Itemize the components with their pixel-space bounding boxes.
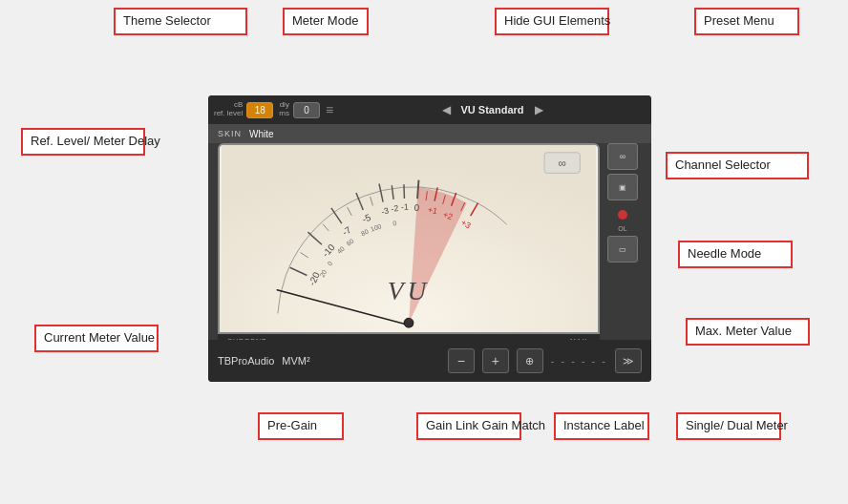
right-panel: ∞ ▣ OL ▭ [604, 143, 642, 262]
channel-selector-button[interactable]: ∞ [607, 143, 638, 170]
preset-area: ◀ VU Standard ▶ [339, 103, 646, 116]
single-dual-label: Single/ Dual Meter [676, 412, 781, 440]
ref-level-value[interactable]: 18 [246, 102, 273, 118]
svg-text:∞: ∞ [559, 157, 566, 169]
gain-link-button[interactable]: ⊕ [517, 348, 543, 373]
vu-meter-svg: -20 -10 -7 -5 [220, 145, 598, 332]
minus-button[interactable]: − [448, 348, 475, 373]
svg-point-38 [404, 318, 413, 327]
plugin-toolbar: TBProAudio MVM² − + ⊕ - - - - - - ≫ [208, 340, 651, 382]
ref-level-section: cB ref. level 18 [214, 101, 273, 118]
ol-section: OL [618, 204, 627, 232]
channel-selector-label: Channel Selector [666, 152, 809, 179]
plugin-topbar: cB ref. level 18 dly ms 0 ≡ ◀ VU Standar… [208, 95, 651, 124]
needle-mode-label: Needle Mode [678, 241, 793, 268]
ol-label: OL [618, 225, 626, 232]
brand-symbol: MVM² [282, 355, 309, 367]
plus-button[interactable]: + [482, 348, 509, 373]
preset-prev-button[interactable]: ◀ [439, 103, 454, 116]
skin-label: SKIN [218, 129, 242, 138]
meter-mode-label: Meter Mode [283, 8, 369, 35]
delay-unit: ms [279, 110, 289, 118]
skin-value: White [249, 129, 274, 139]
plugin-container: cB ref. level 18 dly ms 0 ≡ ◀ VU Standar… [208, 95, 651, 382]
svg-text:-2: -2 [391, 203, 399, 214]
needle-mode-button[interactable]: ▣ [607, 174, 638, 200]
ref-level-label: Ref. Level/ Meter Delay [21, 128, 145, 156]
vu-text: VU [388, 277, 430, 305]
skin-bar: SKIN White [208, 124, 651, 143]
preset-next-button[interactable]: ▶ [532, 103, 546, 116]
delay-section: dly ms 0 [279, 101, 320, 118]
delay-value[interactable]: 0 [293, 102, 320, 118]
theme-selector-label: Theme Selector [114, 8, 247, 35]
preset-name: VU Standard [461, 104, 524, 116]
single-dual-button[interactable]: ≫ [615, 348, 642, 373]
ref-level-unit: ref. level [214, 110, 243, 118]
current-meter-label: Current Meter Value [34, 325, 159, 352]
plugin-body: cB ref. level 18 dly ms 0 ≡ ◀ VU Standar… [208, 95, 651, 382]
max-meter-label: Max. Meter Value [686, 318, 810, 346]
hide-gui-label: Hide GUI Elements [495, 8, 609, 35]
brand-name: TBProAudio [218, 355, 274, 367]
toolbar-dots: - - - - - - [551, 355, 607, 367]
svg-line-13 [404, 184, 405, 199]
instance-label-label: Instance Label [554, 412, 649, 440]
pre-gain-label: Pre-Gain [258, 412, 344, 440]
right-extra-button[interactable]: ▭ [607, 236, 638, 262]
ol-light [618, 210, 627, 220]
topbar-separator: ≡ [326, 102, 333, 117]
gain-link-label: Gain Link Gain Match [416, 412, 521, 440]
preset-menu-label: Preset Menu [694, 8, 799, 35]
svg-text:-1: -1 [401, 202, 409, 212]
meter-face: -20 -10 -7 -5 [218, 143, 600, 334]
